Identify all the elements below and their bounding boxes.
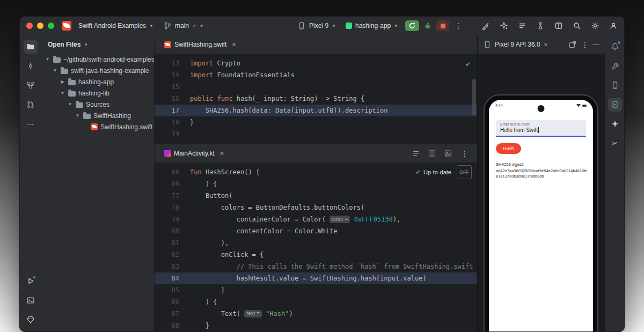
line-number[interactable]: 88 — [155, 320, 179, 331]
minimize-window-button[interactable] — [37, 23, 43, 29]
stop-button[interactable] — [436, 20, 449, 31]
tab-mainactivity-kt[interactable]: MainActivity.kt ✕ — [159, 144, 230, 163]
notifications-button[interactable] — [608, 40, 622, 54]
close-device-tab-icon[interactable]: ✕ — [544, 42, 548, 48]
chevron-right-icon[interactable]: ▶ — [60, 79, 65, 84]
code-line[interactable]: 19 — [155, 128, 477, 140]
line-number[interactable]: 87 — [155, 308, 179, 320]
line-number[interactable]: 15 — [155, 81, 179, 93]
maximize-window-button[interactable] — [48, 23, 54, 29]
device-tab-label[interactable]: Pixel 9 API 36.0 — [495, 41, 540, 48]
line-number[interactable]: 69 — [155, 178, 179, 190]
close-tab-icon[interactable]: ✕ — [231, 41, 236, 48]
line-number[interactable]: 85 — [155, 284, 179, 296]
line-number[interactable]: 83 — [155, 261, 179, 272]
kotlin-editor[interactable]: ✔ Up-to-date OFF 60fun HashScreen() {69 … — [155, 163, 477, 332]
close-window-button[interactable] — [26, 23, 33, 29]
structure-tool-button[interactable] — [24, 78, 38, 92]
line-number[interactable]: 80 — [155, 225, 179, 237]
line-number[interactable]: 18 — [155, 116, 179, 128]
branch-selector[interactable]: main ↗ ▼ — [160, 20, 206, 32]
chevron-down-icon[interactable]: ▼ — [60, 91, 65, 95]
line-number[interactable]: 19 — [155, 128, 179, 140]
code-line[interactable]: 18} — [155, 116, 477, 128]
code-line[interactable]: 87 Text( text = "Hash") — [155, 308, 477, 320]
gem-tool-button[interactable] — [24, 313, 38, 327]
chevron-down-icon[interactable]: ▼ — [75, 113, 80, 118]
device-panel-options-icon[interactable]: ⋮ — [580, 41, 590, 48]
code-line[interactable]: 81 ), — [155, 237, 477, 249]
layout-inspector-icon[interactable] — [554, 21, 563, 30]
code-line[interactable]: 80 contentColor = Color.White — [155, 225, 477, 237]
scissors-tool-button[interactable]: ✂ — [608, 136, 622, 150]
settings-gear-icon[interactable] — [591, 21, 599, 30]
split-view-icon[interactable] — [428, 149, 436, 158]
device-manager-button[interactable] — [608, 78, 622, 92]
account-icon[interactable] — [609, 21, 618, 30]
code-line[interactable]: 86 ) { — [155, 296, 477, 308]
line-number[interactable]: 17 — [155, 105, 179, 116]
code-line[interactable]: 13import Crypto — [155, 57, 477, 69]
tree-item[interactable]: ▼Sources — [41, 99, 154, 110]
code-line[interactable]: 88 } — [155, 320, 477, 331]
flask-icon[interactable] — [536, 21, 545, 30]
tree-item[interactable]: ▼hashing-lib — [41, 87, 154, 99]
pull-requests-tool-button[interactable] — [24, 98, 38, 112]
debug-button[interactable] — [423, 21, 432, 30]
device-selector[interactable]: Pixel 9 ▼ — [295, 20, 339, 32]
tab-swifthashing-swift[interactable]: SwiftHashing.swift ✕ — [159, 35, 242, 54]
phone-screen[interactable]: 4:44 Enter text to hash Hello from Swift — [489, 100, 593, 332]
chevron-down-icon[interactable]: ▼ — [52, 68, 58, 73]
code-line[interactable]: 15 — [155, 81, 477, 93]
line-number[interactable]: 79 — [155, 213, 179, 225]
hash-input-field[interactable]: Enter text to hash Hello from Swift — [496, 120, 586, 137]
close-tab-icon[interactable]: ✕ — [219, 150, 224, 157]
code-line[interactable]: 16public func hash(_ input: String) -> S… — [155, 93, 477, 105]
tree-item[interactable]: ▼swift-java-hashing-example — [41, 65, 154, 76]
line-number[interactable]: 16 — [155, 93, 179, 105]
line-number[interactable]: 78 — [155, 202, 179, 213]
editor-scrollbar[interactable] — [472, 79, 476, 115]
todo-list-icon[interactable] — [518, 21, 526, 30]
code-line[interactable]: 83 // This calls the Swift method `hash`… — [155, 261, 477, 272]
pen-icon[interactable] — [481, 21, 490, 30]
code-line[interactable]: 82 onClick = { — [155, 249, 477, 261]
line-number[interactable]: 84 — [155, 272, 179, 284]
open-in-new-window-icon[interactable] — [568, 40, 577, 49]
code-line[interactable]: 77 Button( — [155, 190, 477, 202]
line-number[interactable]: 86 — [155, 296, 179, 308]
project-tool-button[interactable] — [24, 40, 38, 54]
open-files-header[interactable]: Open Files ▼ — [41, 35, 154, 54]
line-number[interactable]: 60 — [155, 166, 179, 178]
build-tool-button[interactable] — [608, 59, 622, 73]
code-line[interactable]: 17 SHA256.hash(data: Data(input.utf8)).d… — [155, 105, 477, 116]
line-number[interactable]: 14 — [155, 69, 179, 81]
live-edit-status[interactable]: ✔ Up-to-date OFF — [415, 166, 472, 178]
more-run-actions-button[interactable]: ⋮ — [453, 22, 463, 29]
project-selector[interactable]: Swift Android Examples ▼ — [76, 20, 156, 31]
terminal-tool-button[interactable] — [24, 293, 38, 307]
run-config-selector[interactable]: hashing-app ▼ — [343, 20, 401, 31]
line-number[interactable]: 82 — [155, 249, 179, 261]
search-icon[interactable] — [573, 21, 581, 30]
design-view-icon[interactable] — [444, 149, 452, 158]
code-line[interactable]: 84 hashResult.value = SwiftHashing.hash(… — [155, 272, 477, 284]
running-devices-button[interactable] — [608, 98, 622, 112]
gemini-button[interactable] — [608, 117, 622, 131]
tree-item[interactable]: ▼~/github/swift-android-examples — [41, 54, 154, 65]
swift-editor[interactable]: ✔ 13import Crypto14import FoundationEsse… — [155, 54, 477, 144]
more-tools-button[interactable]: ⋯ — [24, 117, 38, 131]
tree-item[interactable]: SwiftHashing.swift — [41, 121, 154, 132]
chevron-down-icon[interactable]: ▼ — [45, 57, 50, 62]
code-line[interactable]: 79 containerColor = Color( color = 0xFFF… — [155, 213, 477, 225]
code-line[interactable]: 85 } — [155, 284, 477, 296]
code-line[interactable]: 14import FoundationEssentials — [155, 69, 477, 81]
hash-button[interactable]: Hash — [496, 143, 521, 154]
rerun-button[interactable] — [405, 20, 419, 31]
hide-panel-icon[interactable]: — — [593, 41, 599, 48]
ai-actions-icon[interactable] — [500, 21, 508, 30]
line-number[interactable]: 81 — [155, 237, 179, 249]
run-tool-window-button[interactable] — [24, 274, 38, 288]
chevron-down-icon[interactable]: ▼ — [67, 102, 73, 107]
line-number[interactable]: 13 — [155, 57, 179, 69]
